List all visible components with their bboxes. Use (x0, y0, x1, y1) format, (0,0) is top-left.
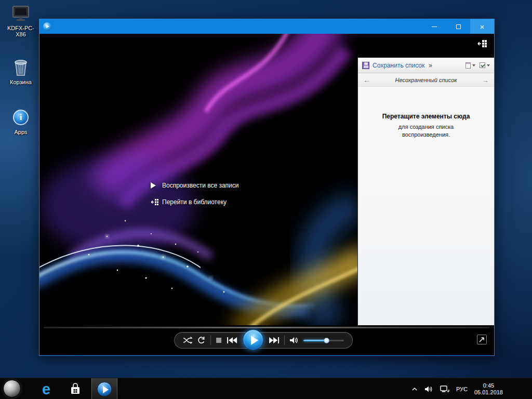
taskbar-clock[interactable]: 0:45 05.01.2018 (474, 382, 503, 396)
volume-thumb[interactable] (324, 338, 329, 343)
play-all-label: Воспроизвести все записи (162, 182, 239, 189)
playlist-title: Несохраненный список (371, 77, 481, 83)
titlebar[interactable]: × (39, 19, 494, 34)
now-playing-visualization: Воспроизвести все записи (39, 34, 357, 325)
divider (210, 336, 211, 345)
transport-controls (174, 332, 353, 349)
clock-date: 05.01.2018 (474, 389, 503, 396)
list-options-icon (466, 62, 471, 69)
save-icon (362, 62, 369, 69)
clock-time: 0:45 (474, 382, 503, 389)
previous-list-arrow[interactable]: ← (362, 76, 371, 84)
playlist-nav-row: ← Несохраненный список → (358, 73, 494, 87)
computer-icon (4, 4, 37, 23)
recycle-bin-icon (4, 58, 37, 77)
wmp-window: × (39, 19, 495, 356)
previous-button[interactable] (227, 337, 238, 344)
volume-fill (303, 340, 326, 341)
wmp-taskbar-button[interactable] (91, 378, 117, 399)
system-tray: РУС 0:45 05.01.2018 (411, 378, 503, 399)
shuffle-button[interactable] (183, 336, 192, 344)
fullscreen-arrow-icon (478, 336, 485, 343)
library-grid-arrow-icon (477, 39, 489, 48)
wmp-icon (97, 382, 112, 396)
go-to-library-button[interactable]: Перейти в библиотеку (151, 195, 239, 209)
go-to-library-label: Перейти в библиотеку (162, 198, 227, 206)
window-body: Воспроизвести все записи (39, 34, 494, 355)
save-list-button[interactable]: Сохранить список (373, 62, 424, 69)
network-icon (440, 385, 449, 393)
desktop-icon-label: KDFX-PC-X86 (4, 25, 37, 37)
play-all-button[interactable]: Воспроизвести все записи (151, 179, 239, 192)
next-list-arrow[interactable]: → (481, 76, 490, 84)
tray-expand-button[interactable] (411, 387, 418, 391)
chevron-up-icon (411, 387, 418, 391)
maximize-button[interactable] (446, 19, 470, 34)
close-button[interactable]: × (470, 19, 494, 34)
start-button[interactable] (3, 380, 21, 397)
stop-button[interactable] (216, 337, 222, 343)
play-button[interactable] (243, 329, 263, 350)
now-playing-menu: Воспроизвести все записи (151, 179, 239, 212)
play-icon (151, 182, 162, 189)
list-options-button[interactable] (466, 62, 475, 69)
taskbar: e (0, 378, 532, 399)
store-bag-icon (69, 383, 82, 395)
edge-browser-button[interactable]: e (36, 379, 56, 399)
language-indicator[interactable]: РУС (456, 386, 468, 392)
desktop-icon-recycle-bin[interactable]: Корзина (4, 58, 37, 85)
info-icon: i (4, 108, 37, 127)
seek-bar[interactable] (44, 327, 490, 328)
edge-icon: e (42, 381, 50, 398)
divider (284, 336, 285, 345)
playlist-toolbar: Сохранить список » (358, 58, 494, 73)
next-button[interactable] (268, 337, 280, 344)
tray-network-button[interactable] (440, 385, 449, 393)
library-grid-icon (151, 198, 162, 206)
desktop-icon-label: Apps (4, 129, 37, 135)
dropdown-arrow-icon (472, 64, 475, 66)
screen: KDFX-PC-X86 Корзина i Apps (0, 0, 532, 399)
volume-slider[interactable] (303, 336, 344, 345)
checklist-icon (480, 62, 485, 68)
desktop-icon-apps[interactable]: i Apps (4, 108, 37, 135)
desktop-icon-label: Корзина (4, 79, 37, 85)
wmp-app-icon (43, 22, 51, 31)
speaker-icon (424, 385, 433, 393)
playlist-pane: Сохранить список » ← (357, 58, 494, 325)
playlist-drop-area[interactable]: Перетащите элементы сюда для создания сп… (358, 87, 494, 139)
drop-area-subtitle: для создания списка воспроизведения. (382, 123, 470, 139)
tray-volume-button[interactable] (424, 385, 433, 393)
mute-button[interactable] (289, 336, 299, 344)
store-button[interactable] (65, 378, 85, 399)
fullscreen-button[interactable] (477, 335, 487, 344)
dropdown-arrow-icon (487, 64, 490, 66)
playlist-check-options-button[interactable] (480, 62, 490, 68)
desktop-wallpaper: KDFX-PC-X86 Корзина i Apps (0, 0, 532, 399)
repeat-button[interactable] (197, 336, 206, 344)
save-list-more-chevron[interactable]: » (429, 62, 432, 69)
drop-area-title: Перетащите элементы сюда (358, 113, 494, 120)
playback-controls-bar (39, 325, 494, 355)
minimize-button[interactable] (422, 19, 446, 34)
desktop-icon-computer[interactable]: KDFX-PC-X86 (4, 4, 37, 37)
switch-to-library-button[interactable] (477, 39, 489, 48)
